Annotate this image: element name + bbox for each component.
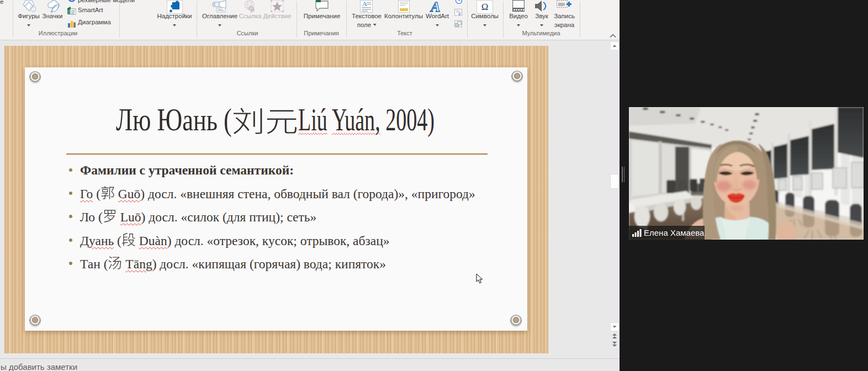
svg-text:A: A — [362, 0, 367, 8]
svg-text:A: A — [430, 0, 440, 13]
svg-text:Ω: Ω — [481, 2, 489, 12]
svg-text:#: # — [458, 12, 461, 17]
